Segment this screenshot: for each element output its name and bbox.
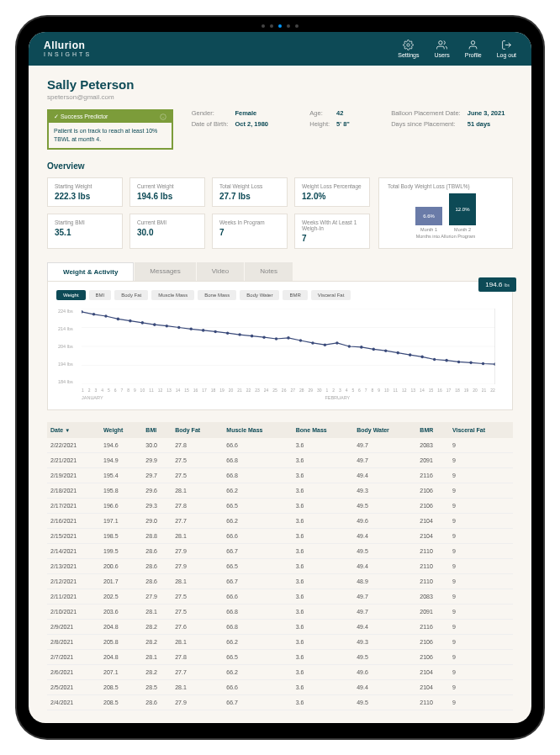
users-icon bbox=[436, 40, 447, 50]
pill-muscle-mass[interactable]: Muscle Mass bbox=[151, 290, 194, 300]
col-bmi[interactable]: BMI bbox=[142, 422, 172, 438]
overview-heading: Overview bbox=[47, 161, 513, 171]
svg-point-32 bbox=[324, 343, 326, 346]
stat-current-weight: Current Weight194.6 lbs bbox=[129, 177, 205, 207]
table-row[interactable]: 2/15/2021198.528.828.166.63.649.421049 bbox=[47, 528, 513, 543]
pill-visceral-fat[interactable]: Visceral Fat bbox=[311, 290, 351, 300]
gender-label: Gender: bbox=[192, 109, 229, 117]
col-bmr[interactable]: BMR bbox=[416, 422, 449, 438]
days-since-label: Days since Placement: bbox=[391, 120, 461, 128]
table-row[interactable]: 2/4/2021208.528.627.966.73.649.521109 bbox=[47, 694, 513, 710]
col-visceral-fat[interactable]: Visceral Fat bbox=[449, 422, 513, 438]
user-icon bbox=[468, 40, 478, 50]
logout-icon bbox=[501, 40, 512, 50]
svg-point-40 bbox=[420, 355, 423, 358]
stat-total-loss: Total Weight Loss27.7 lbs bbox=[212, 177, 288, 207]
gear-icon bbox=[403, 40, 414, 50]
table-row[interactable]: 2/17/2021196.629.327.866.53.649.521069 bbox=[47, 498, 513, 513]
svg-point-34 bbox=[348, 345, 351, 348]
table-row[interactable]: 2/19/2021195.429.727.566.83.649.421169 bbox=[47, 467, 513, 483]
chart-tooltip: 194.6 lbs bbox=[478, 277, 516, 292]
dob-label: Date of Birth: bbox=[192, 120, 229, 128]
svg-point-35 bbox=[360, 346, 362, 349]
settings-button[interactable]: Settings bbox=[398, 40, 419, 58]
tab-bar: Weight & Activity Messages Video Notes bbox=[47, 262, 513, 282]
brand-logo: Allurion INSIGHTS bbox=[44, 40, 92, 58]
table-row[interactable]: 2/6/2021207.128.227.766.23.649.621049 bbox=[47, 664, 513, 679]
height-label: Height: bbox=[309, 120, 330, 128]
table-row[interactable]: 2/10/2021203.628.127.566.83.649.720919 bbox=[47, 604, 513, 619]
table-row[interactable]: 2/18/2021195.829.628.166.23.649.321069 bbox=[47, 483, 513, 498]
svg-point-29 bbox=[287, 336, 289, 340]
patient-email: speterson@gmail.com bbox=[47, 93, 513, 101]
svg-point-31 bbox=[311, 341, 314, 345]
table-row[interactable]: 2/11/2021202.527.927.566.63.649.720839 bbox=[47, 589, 513, 604]
stat-starting-bmi: Starting BMI35.1 bbox=[47, 214, 123, 249]
svg-point-0 bbox=[407, 44, 409, 46]
weight-line-chart bbox=[82, 309, 495, 384]
placement-date-label: Balloon Placement Date: bbox=[391, 109, 461, 117]
table-row[interactable]: 2/9/2021204.828.227.666.83.649.421169 bbox=[47, 619, 513, 634]
svg-point-2 bbox=[472, 41, 475, 45]
table-row[interactable]: 2/8/2021205.828.228.166.23.649.321069 bbox=[47, 634, 513, 649]
stat-starting-weight: Starting Weight222.3 lbs bbox=[47, 177, 123, 207]
tab-weight-activity[interactable]: Weight & Activity bbox=[47, 262, 134, 282]
table-row[interactable]: 2/14/2021199.528.627.966.73.649.521109 bbox=[47, 543, 513, 558]
measurements-table: Date ▼WeightBMIBody FatMuscle MassBone M… bbox=[47, 422, 513, 710]
stat-weeks-weighin: Weeks With At Least 1 Weigh-In7 bbox=[294, 214, 370, 249]
stat-current-bmi: Current BMI30.0 bbox=[129, 214, 205, 249]
svg-point-26 bbox=[251, 334, 253, 337]
pill-body-fat[interactable]: Body Fat bbox=[114, 290, 148, 300]
svg-point-13 bbox=[92, 313, 95, 316]
svg-point-41 bbox=[433, 357, 436, 361]
col-bone-mass[interactable]: Bone Mass bbox=[293, 422, 353, 438]
tab-notes[interactable]: Notes bbox=[245, 262, 293, 281]
svg-point-22 bbox=[202, 329, 204, 332]
svg-point-36 bbox=[372, 347, 375, 351]
col-muscle-mass[interactable]: Muscle Mass bbox=[223, 422, 292, 438]
svg-point-14 bbox=[104, 314, 107, 318]
svg-point-30 bbox=[299, 339, 302, 342]
col-body-water[interactable]: Body Water bbox=[353, 422, 416, 438]
stat-weeks: Weeks In Program7 bbox=[212, 214, 288, 249]
svg-point-23 bbox=[214, 330, 216, 333]
table-row[interactable]: 2/5/2021208.528.528.166.63.649.421049 bbox=[47, 679, 513, 694]
users-button[interactable]: Users bbox=[435, 40, 450, 58]
col-weight[interactable]: Weight bbox=[100, 422, 142, 438]
svg-point-27 bbox=[262, 335, 265, 339]
logout-button[interactable]: Log out bbox=[497, 40, 516, 58]
svg-point-45 bbox=[482, 362, 484, 365]
svg-point-39 bbox=[409, 353, 411, 356]
table-row[interactable]: 2/13/2021200.628.627.966.53.649.421109 bbox=[47, 558, 513, 573]
svg-point-16 bbox=[129, 319, 131, 322]
svg-point-19 bbox=[166, 324, 168, 327]
pill-bmr[interactable]: BMR bbox=[283, 290, 307, 300]
pill-body-water[interactable]: Body Water bbox=[240, 290, 279, 300]
success-predictor-card: ✓ Success Predictor Patient is on track … bbox=[47, 109, 173, 150]
svg-point-44 bbox=[469, 361, 472, 364]
pill-bmi[interactable]: BMI bbox=[89, 290, 112, 300]
tab-video[interactable]: Video bbox=[197, 262, 244, 281]
table-row[interactable]: 2/21/2021194.929.927.566.83.649.720919 bbox=[47, 452, 513, 467]
svg-point-15 bbox=[117, 317, 119, 320]
age-label: Age: bbox=[309, 109, 330, 117]
stat-loss-pct: Weight Loss Percentage12.0% bbox=[294, 177, 370, 207]
svg-point-17 bbox=[141, 321, 144, 325]
table-row[interactable]: 2/22/2021194.630.027.866.63.649.720839 bbox=[47, 438, 513, 453]
info-icon[interactable] bbox=[160, 114, 166, 120]
svg-point-20 bbox=[177, 325, 180, 329]
table-row[interactable]: 2/16/2021197.129.027.766.23.649.621049 bbox=[47, 513, 513, 528]
top-bar: Allurion INSIGHTS Settings Users Profile bbox=[29, 32, 531, 66]
svg-point-28 bbox=[275, 337, 277, 341]
col-date[interactable]: Date ▼ bbox=[47, 422, 100, 438]
pill-weight[interactable]: Weight bbox=[56, 290, 86, 300]
table-row[interactable]: 2/12/2021201.728.628.166.73.648.921109 bbox=[47, 573, 513, 589]
tab-messages[interactable]: Messages bbox=[135, 262, 195, 281]
table-row[interactable]: 2/7/2021204.828.127.866.53.649.521069 bbox=[47, 649, 513, 664]
tbwl-chart-card: Total Body Weight Loss (TBWL%) 6.6%Month… bbox=[378, 177, 513, 249]
svg-point-21 bbox=[190, 327, 193, 330]
profile-button[interactable]: Profile bbox=[465, 40, 482, 58]
pill-bone-mass[interactable]: Bone Mass bbox=[198, 290, 236, 300]
col-body-fat[interactable]: Body Fat bbox=[172, 422, 223, 438]
svg-point-1 bbox=[439, 41, 442, 45]
